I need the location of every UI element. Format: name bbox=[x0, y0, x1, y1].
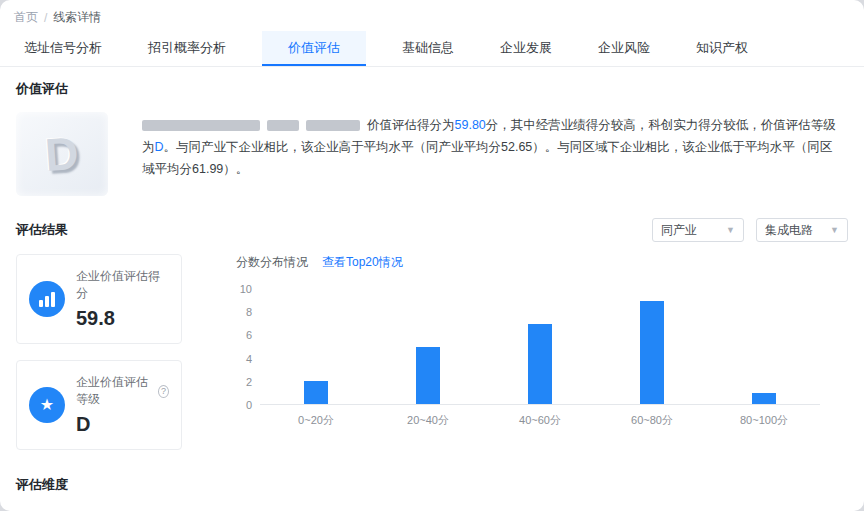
x-tick-label: 20~40分 bbox=[372, 413, 484, 428]
summary-grade: D bbox=[155, 140, 164, 154]
value-evaluation-section: 价值评估 D 价值评估得分为59.80分，其中经营业绩得分较高，科创实力得分较低… bbox=[0, 80, 864, 196]
y-tick-label: 0 bbox=[246, 399, 252, 411]
bar-chart: 10 8 6 4 2 0 0~20分20~40分40~60分60~80分80~1… bbox=[236, 289, 820, 428]
bar-column bbox=[596, 289, 708, 404]
breadcrumb-separator: / bbox=[44, 11, 47, 25]
bar-chart-icon bbox=[29, 281, 65, 317]
bar-chart-plot bbox=[260, 289, 820, 405]
chevron-down-icon: ▼ bbox=[830, 225, 839, 235]
redacted-company-name bbox=[142, 120, 260, 131]
bar bbox=[752, 393, 776, 405]
bar bbox=[304, 381, 328, 404]
x-tick-label: 60~80分 bbox=[596, 413, 708, 428]
summary-tail: 。与同产业下企业相比，该企业高于平均水平（同产业平均分52.65）。与同区域下企… bbox=[142, 140, 832, 176]
bar-column bbox=[372, 289, 484, 404]
tab-attraction-probability[interactable]: 招引概率分析 bbox=[138, 31, 236, 66]
y-axis: 10 8 6 4 2 0 bbox=[236, 289, 260, 405]
x-axis: 0~20分20~40分40~60分60~80分80~100分 bbox=[260, 413, 820, 428]
y-tick-label: 4 bbox=[246, 353, 252, 365]
bar bbox=[416, 347, 440, 405]
breadcrumb: 首页 / 线索详情 bbox=[0, 0, 864, 31]
view-top20-link[interactable]: 查看Top20情况 bbox=[322, 254, 403, 271]
bar-column bbox=[484, 289, 596, 404]
value-score-card: 企业价值评估得分 59.8 bbox=[16, 254, 182, 344]
lead-detail-page: 首页 / 线索详情 选址信号分析 招引概率分析 价值评估 基础信息 企业发展 企… bbox=[0, 0, 864, 511]
tab-value-evaluation[interactable]: 价值评估 bbox=[262, 31, 366, 66]
tab-basic-info[interactable]: 基础信息 bbox=[392, 31, 464, 66]
summary-score: 59.80 bbox=[455, 118, 486, 132]
category-filter-value: 集成电路 bbox=[765, 222, 813, 239]
y-tick-label: 8 bbox=[246, 306, 252, 318]
bar bbox=[528, 324, 552, 405]
y-tick-label: 6 bbox=[246, 329, 252, 341]
chart-title: 分数分布情况 bbox=[236, 254, 308, 271]
score-card-label: 企业价值评估得分 bbox=[76, 268, 169, 302]
evaluation-result-section: 评估结果 同产业 ▼ 集成电路 ▼ 企业价值评估得 bbox=[0, 218, 864, 450]
y-tick-label: 10 bbox=[240, 283, 252, 295]
tab-bar: 选址信号分析 招引概率分析 价值评估 基础信息 企业发展 企业风险 知识产权 bbox=[0, 31, 864, 67]
grade-card-label: 企业价值评估等级 bbox=[76, 374, 154, 408]
evaluation-dimension-section: 评估维度 经济实力 经济实力 总分：25 bbox=[0, 476, 864, 511]
redacted-text bbox=[267, 120, 299, 131]
evaluation-summary-text: 价值评估得分为59.80分，其中经营业绩得分较高，科创实力得分较低，价值评估等级… bbox=[142, 114, 848, 196]
grade-badge-image: D bbox=[16, 112, 108, 196]
distribution-chart-area: 分数分布情况 查看Top20情况 10 8 6 4 2 0 0~20分20~40… bbox=[236, 254, 820, 450]
x-tick-label: 80~100分 bbox=[708, 413, 820, 428]
x-tick-label: 40~60分 bbox=[484, 413, 596, 428]
tab-company-development[interactable]: 企业发展 bbox=[490, 31, 562, 66]
x-tick-label: 0~20分 bbox=[260, 413, 372, 428]
value-grade-card: ★ 企业价值评估等级 ? D bbox=[16, 360, 182, 450]
grade-card-value: D bbox=[76, 413, 169, 436]
industry-filter-select[interactable]: 同产业 ▼ bbox=[652, 218, 744, 242]
summary-lead: 价值评估得分为 bbox=[367, 118, 455, 132]
chevron-down-icon: ▼ bbox=[726, 225, 735, 235]
y-tick-label: 2 bbox=[246, 376, 252, 388]
result-section-title: 评估结果 bbox=[16, 221, 68, 239]
industry-filter-value: 同产业 bbox=[661, 222, 697, 239]
grade-letter: D bbox=[44, 126, 81, 182]
value-section-title: 价值评估 bbox=[16, 80, 848, 98]
tab-intellectual-property[interactable]: 知识产权 bbox=[686, 31, 758, 66]
bar-column bbox=[260, 289, 372, 404]
tab-site-signal-analysis[interactable]: 选址信号分析 bbox=[14, 31, 112, 66]
breadcrumb-current: 线索详情 bbox=[53, 9, 101, 26]
score-card-value: 59.8 bbox=[76, 307, 169, 330]
star-icon: ★ bbox=[29, 387, 65, 423]
bar bbox=[640, 301, 664, 405]
category-filter-select[interactable]: 集成电路 ▼ bbox=[756, 218, 848, 242]
breadcrumb-home[interactable]: 首页 bbox=[14, 9, 38, 26]
dimension-section-title: 评估维度 bbox=[16, 476, 848, 494]
help-icon[interactable]: ? bbox=[158, 385, 169, 398]
redacted-text bbox=[306, 120, 360, 131]
bar-column bbox=[708, 289, 820, 404]
tab-company-risk[interactable]: 企业风险 bbox=[588, 31, 660, 66]
